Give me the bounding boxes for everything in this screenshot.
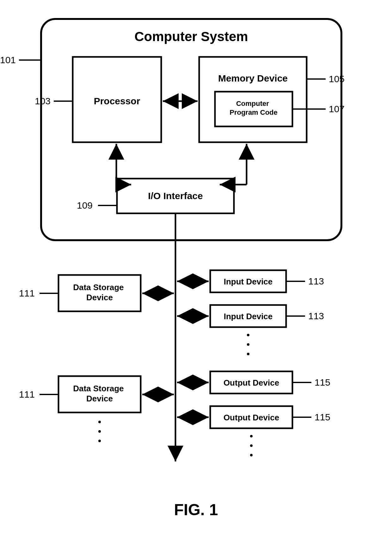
figure-caption: FIG. 1 — [174, 501, 218, 519]
svg-point-17 — [247, 353, 249, 355]
ref-113-2: 113 — [308, 311, 324, 321]
ellipsis-outputs — [250, 435, 253, 456]
ref-111-1: 111 — [19, 288, 35, 298]
memory-label: Memory Device — [218, 73, 288, 83]
ref-101: 101 — [0, 55, 16, 65]
svg-point-21 — [250, 444, 253, 447]
ref-105: 105 — [329, 74, 345, 84]
output-label-1: Output Device — [224, 378, 279, 387]
svg-point-20 — [250, 435, 253, 437]
ref-115-1: 115 — [315, 377, 330, 387]
svg-point-10 — [98, 421, 101, 423]
svg-text:Data Storage
    Device: Data Storage Device — [73, 384, 126, 403]
ref-109: 109 — [77, 200, 93, 210]
output-label-2: Output Device — [224, 413, 279, 422]
ref-111-2: 111 — [19, 389, 35, 400]
storage-label-2a: Data Storage — [73, 384, 124, 393]
io-interface-label: I/O Interface — [148, 191, 203, 201]
storage-label-1b: Device — [86, 293, 113, 302]
svg-text:Computer
    Program Code: Computer Program Code — [230, 100, 278, 116]
ref-107: 107 — [329, 104, 345, 114]
svg-point-11 — [98, 430, 101, 433]
system-diagram: Computer System 101 Processor 103 Memory… — [0, 0, 392, 543]
ref-115-2: 115 — [315, 412, 330, 422]
storage-label-1a: Data Storage — [73, 283, 124, 292]
svg-point-22 — [250, 454, 253, 456]
svg-point-15 — [247, 334, 249, 336]
program-code-label-2: Program Code — [230, 108, 278, 116]
svg-text:Data Storage
    Device: Data Storage Device — [73, 283, 126, 302]
ref-113-1: 113 — [308, 276, 324, 286]
ellipsis-inputs — [247, 334, 249, 355]
computer-system-title: Computer System — [134, 29, 248, 44]
ellipsis-storage — [98, 421, 101, 442]
svg-point-16 — [247, 343, 249, 346]
storage-label-2b: Device — [86, 394, 113, 403]
program-code-label-1: Computer — [236, 100, 269, 107]
input-label-1: Input Device — [224, 277, 273, 286]
input-label-2: Input Device — [224, 312, 273, 321]
processor-label: Processor — [94, 96, 140, 106]
ref-103: 103 — [35, 96, 51, 106]
svg-point-12 — [98, 440, 101, 442]
